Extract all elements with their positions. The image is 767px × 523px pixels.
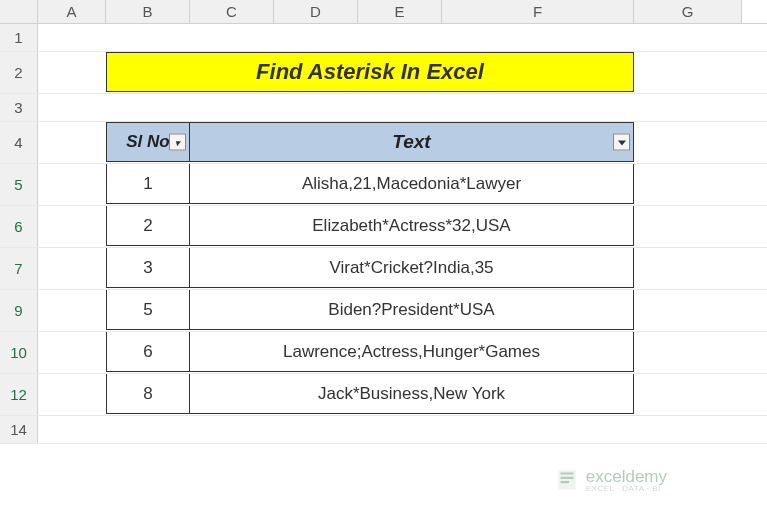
- cell-text[interactable]: Alisha,21,Macedonia*Lawyer: [190, 164, 634, 204]
- row-header-7[interactable]: 7: [0, 248, 38, 289]
- column-headers: A B C D E F G: [0, 0, 767, 24]
- table-row: 1 Alisha,21,Macedonia*Lawyer: [106, 164, 634, 204]
- row-12: 12 8 Jack*Business,New York: [0, 374, 767, 416]
- watermark-main: exceldemy: [586, 468, 667, 485]
- row-14: 14: [0, 416, 767, 444]
- cell-text[interactable]: Jack*Business,New York: [190, 374, 634, 414]
- row-header-9[interactable]: 9: [0, 290, 38, 331]
- cell-text[interactable]: Biden?President*USA: [190, 290, 634, 330]
- row-header-10[interactable]: 10: [0, 332, 38, 373]
- cell-slno[interactable]: 2: [106, 206, 190, 246]
- watermark: exceldemy EXCEL · DATA · BI: [554, 467, 667, 493]
- header-slno[interactable]: Sl No ▾: [106, 122, 190, 162]
- row-2: 2 Find Asterisk In Excel: [0, 52, 767, 94]
- filter-active-icon[interactable]: [613, 134, 630, 151]
- cell-slno[interactable]: 1: [106, 164, 190, 204]
- cell-slno[interactable]: 5: [106, 290, 190, 330]
- row-header-6[interactable]: 6: [0, 206, 38, 247]
- cell-text[interactable]: Lawrence;Actress,Hunger*Games: [190, 332, 634, 372]
- row-header-5[interactable]: 5: [0, 164, 38, 205]
- spreadsheet-grid: A B C D E F G 1 2 Find Asterisk In Excel…: [0, 0, 767, 444]
- table-header-row: Sl No ▾ Text: [106, 122, 634, 162]
- title-cell[interactable]: Find Asterisk In Excel: [106, 52, 634, 92]
- col-header-D[interactable]: D: [274, 0, 358, 23]
- row-7: 7 3 Virat*Cricket?India,35: [0, 248, 767, 290]
- row-4: 4 Sl No ▾ Text: [0, 122, 767, 164]
- row-header-14[interactable]: 14: [0, 416, 38, 443]
- select-all-corner[interactable]: [0, 0, 38, 23]
- col-header-A[interactable]: A: [38, 0, 106, 23]
- row-header-1[interactable]: 1: [0, 24, 38, 51]
- table-row: 6 Lawrence;Actress,Hunger*Games: [106, 332, 634, 372]
- cell-text[interactable]: Elizabeth*Actress*32,USA: [190, 206, 634, 246]
- col-header-G[interactable]: G: [634, 0, 742, 23]
- table-row: 5 Biden?President*USA: [106, 290, 634, 330]
- row-5: 5 1 Alisha,21,Macedonia*Lawyer: [0, 164, 767, 206]
- watermark-sub: EXCEL · DATA · BI: [586, 485, 667, 493]
- row-header-3[interactable]: 3: [0, 94, 38, 121]
- col-header-E[interactable]: E: [358, 0, 442, 23]
- table-row: 3 Virat*Cricket?India,35: [106, 248, 634, 288]
- filter-dropdown-icon[interactable]: ▾: [169, 134, 186, 151]
- cell-slno[interactable]: 6: [106, 332, 190, 372]
- header-slno-label: Sl No: [126, 132, 169, 152]
- header-text[interactable]: Text: [190, 122, 634, 162]
- table-row: 2 Elizabeth*Actress*32,USA: [106, 206, 634, 246]
- header-text-label: Text: [392, 131, 430, 153]
- row-1: 1: [0, 24, 767, 52]
- row-10: 10 6 Lawrence;Actress,Hunger*Games: [0, 332, 767, 374]
- col-header-F[interactable]: F: [442, 0, 634, 23]
- row-header-4[interactable]: 4: [0, 122, 38, 163]
- row-9: 9 5 Biden?President*USA: [0, 290, 767, 332]
- table-row: 8 Jack*Business,New York: [106, 374, 634, 414]
- row-header-2[interactable]: 2: [0, 52, 38, 93]
- col-header-B[interactable]: B: [106, 0, 190, 23]
- cell-slno[interactable]: 8: [106, 374, 190, 414]
- row-6: 6 2 Elizabeth*Actress*32,USA: [0, 206, 767, 248]
- row-3: 3: [0, 94, 767, 122]
- cell-text[interactable]: Virat*Cricket?India,35: [190, 248, 634, 288]
- exceldemy-logo-icon: [554, 467, 580, 493]
- cell-slno[interactable]: 3: [106, 248, 190, 288]
- col-header-C[interactable]: C: [190, 0, 274, 23]
- row-header-12[interactable]: 12: [0, 374, 38, 415]
